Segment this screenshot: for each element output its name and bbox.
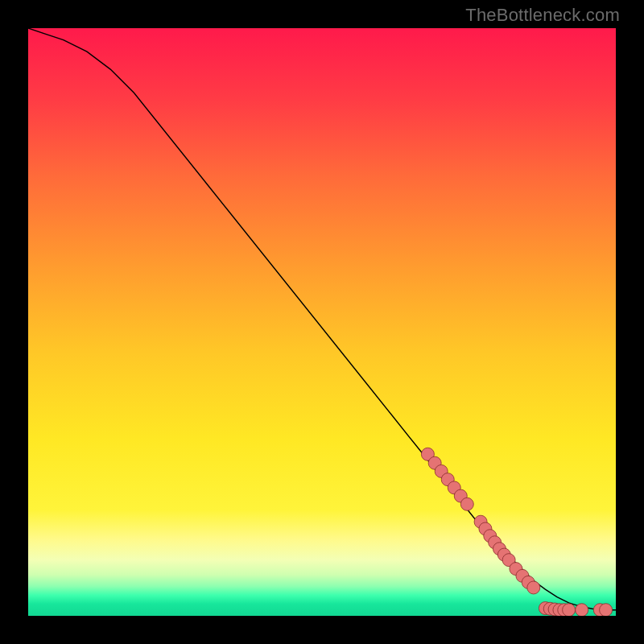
gradient-background	[28, 28, 616, 616]
data-marker	[600, 604, 613, 616]
data-marker	[563, 604, 576, 616]
data-marker	[576, 604, 588, 616]
chart-svg	[28, 28, 616, 616]
plot-area	[28, 28, 616, 616]
data-marker	[527, 581, 540, 594]
watermark-text: TheBottleneck.com	[465, 5, 620, 26]
chart-frame: TheBottleneck.com	[0, 0, 644, 644]
data-marker	[460, 497, 473, 510]
